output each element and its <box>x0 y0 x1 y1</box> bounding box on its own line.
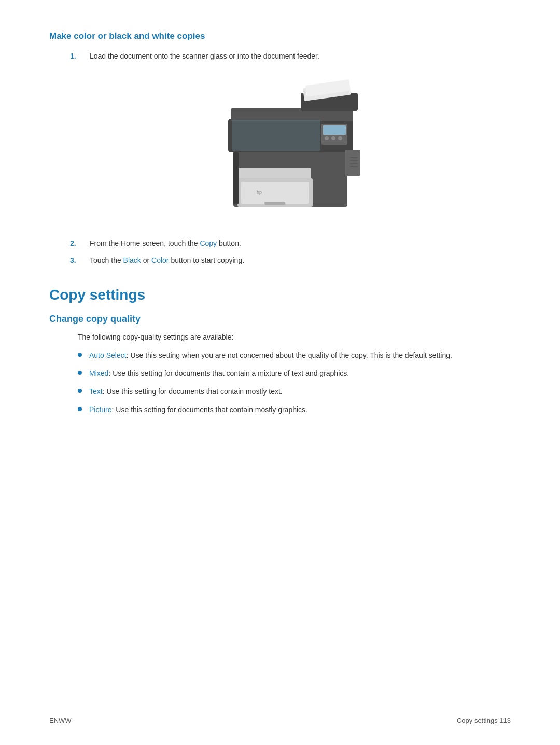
svg-rect-22 <box>232 120 320 151</box>
mixed-link: Mixed <box>89 369 108 377</box>
step-list-2: 2. From the Home screen, touch the Copy … <box>70 238 511 266</box>
text-link: Text <box>89 387 103 396</box>
chapter-heading: Copy settings <box>49 287 511 303</box>
bullet-text-2: Mixed: Use this setting for documents th… <box>89 368 349 379</box>
intro-text: The following copy-quality settings are … <box>78 332 511 343</box>
svg-point-13 <box>331 136 335 140</box>
page-footer: ENWW Copy settings 113 <box>49 716 511 724</box>
step-3: 3. Touch the Black or Color button to st… <box>70 255 511 266</box>
black-link: Black <box>123 256 141 264</box>
step-1-number: 1. <box>70 51 86 62</box>
copy-link: Copy <box>200 239 217 247</box>
subsection-heading: Change copy quality <box>49 314 511 325</box>
step-list: 1. Load the document onto the scanner gl… <box>70 51 511 62</box>
footer-left: ENWW <box>49 716 72 724</box>
svg-rect-4 <box>264 202 285 205</box>
svg-point-14 <box>338 136 342 140</box>
bullet-dot-4 <box>78 407 82 411</box>
bullet-item-3: Text: Use this setting for documents tha… <box>78 386 511 397</box>
svg-rect-16 <box>233 152 239 204</box>
bullet-item-2: Mixed: Use this setting for documents th… <box>78 368 511 379</box>
bullet-list: Auto Select: Use this setting when you a… <box>78 350 511 415</box>
step-1: 1. Load the document onto the scanner gl… <box>70 51 511 62</box>
step-3-text: Touch the Black or Color button to start… <box>90 255 244 266</box>
step-1-text: Load the document onto the scanner glass… <box>90 51 319 62</box>
svg-rect-3 <box>241 182 309 204</box>
bullet-dot-2 <box>78 371 82 375</box>
color-link: Color <box>151 256 169 264</box>
step-3-number: 3. <box>70 255 86 266</box>
auto-select-link: Auto Select <box>89 351 127 359</box>
printer-image-container: hp <box>70 77 511 222</box>
section1-heading: Make color or black and white copies <box>49 31 511 41</box>
step-2-text: From the Home screen, touch the Copy but… <box>90 238 241 249</box>
bullet-text-4: Picture: Use this setting for documents … <box>89 404 307 415</box>
picture-link: Picture <box>89 405 112 414</box>
bullet-dot-3 <box>78 389 82 393</box>
step-2: 2. From the Home screen, touch the Copy … <box>70 238 511 249</box>
footer-right: Copy settings 113 <box>457 716 511 724</box>
printer-illustration: hp <box>202 77 379 222</box>
bullet-text-3: Text: Use this setting for documents tha… <box>89 386 283 397</box>
svg-rect-15 <box>345 150 360 176</box>
bullet-item-1: Auto Select: Use this setting when you a… <box>78 350 511 361</box>
svg-text:hp: hp <box>257 190 262 195</box>
page-container: Make color or black and white copies 1. … <box>0 0 560 745</box>
bullet-text-1: Auto Select: Use this setting when you a… <box>89 350 452 361</box>
svg-point-12 <box>325 136 329 140</box>
svg-rect-11 <box>323 125 346 135</box>
bullet-item-4: Picture: Use this setting for documents … <box>78 404 511 415</box>
step-2-number: 2. <box>70 238 86 249</box>
bullet-dot-1 <box>78 353 82 357</box>
